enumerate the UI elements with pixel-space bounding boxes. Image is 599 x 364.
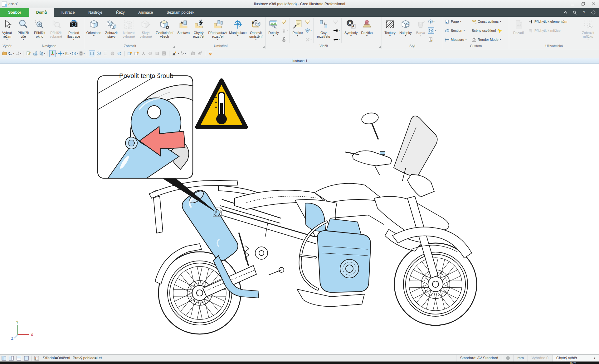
symbols-button[interactable]: AA Symboly▾: [343, 17, 359, 44]
illustration-canvas[interactable]: Povolit tento šroub Y X Z: [0, 64, 599, 354]
tab-animace[interactable]: Animace: [131, 8, 160, 17]
smart-explode-button[interactable]: Chytrý rozstřel: [191, 17, 207, 44]
status-bar: Střední=Otáčení Pravý pohled=Let Standar…: [0, 354, 599, 362]
pane-hsplit-icon[interactable]: [15, 355, 22, 361]
pane-vsplit-icon[interactable]: [7, 355, 15, 361]
select-mode-button[interactable]: Vybrat režim▾: [1, 17, 13, 44]
measure-label: Measure: [451, 38, 464, 41]
dialog-launcher-icon[interactable]: [173, 46, 175, 48]
section-label: Section: [451, 29, 462, 32]
snap-to-grid-button: Přichytit k mřížce: [528, 27, 575, 34]
figures-icon[interactable]: ▾: [39, 50, 45, 57]
view-plane-icon[interactable]: [89, 50, 95, 57]
dialog-launcher-icon[interactable]: [263, 46, 265, 48]
drag-icon[interactable]: ▾: [58, 50, 64, 57]
measure-button[interactable]: Measure▾: [445, 36, 469, 43]
minimize-button[interactable]: [567, 1, 578, 7]
render-mode-button[interactable]: Render Mode▾: [472, 36, 506, 43]
view-cube-icon[interactable]: [96, 50, 102, 57]
camera-settings-icon[interactable]: [197, 50, 203, 57]
undo-icon[interactable]: ▾: [8, 50, 14, 57]
stamps-button[interactable]: Razítka▾: [359, 17, 374, 44]
axis-back-button[interactable]: ▾: [333, 36, 340, 43]
textures-button[interactable]: Textury▾: [382, 17, 397, 44]
dropdown-caret: ▾: [93, 35, 95, 37]
position-button[interactable]: Pozice▾: [291, 17, 304, 44]
create-view-icon[interactable]: [134, 50, 140, 57]
axis-forward-button[interactable]: ▾: [333, 27, 340, 34]
document-tab-bar[interactable]: Ilustrace 1: [0, 58, 599, 64]
parts-list-icon[interactable]: [33, 355, 40, 361]
illustration-view-button[interactable]: Pohled ilustrace▾: [64, 17, 83, 44]
page-button[interactable]: Page▾: [445, 18, 469, 25]
show-all-button[interactable]: Zviditelnění všech: [154, 17, 175, 44]
preset-explode-button[interactable]: Přednastavit rozstřel▾: [207, 17, 229, 44]
cube-gray-icon[interactable]: [154, 50, 160, 57]
tab-seznam-polozek[interactable]: Seznam položek: [160, 8, 201, 17]
zoom-window-button[interactable]: Přiblížit okno: [32, 17, 47, 44]
color-button: Barva▾: [414, 17, 427, 44]
align-button[interactable]: ▾: [305, 27, 312, 34]
overflow-chevron-icon[interactable]: [207, 50, 213, 57]
position-sketch-button[interactable]: [305, 18, 312, 25]
units-indicator[interactable]: mm: [514, 355, 528, 362]
pane-full-icon[interactable]: [22, 355, 30, 361]
standard-indicator[interactable]: Standard: AV Standard: [456, 355, 502, 362]
manipulate-button[interactable]: Manipulace▾: [229, 17, 247, 44]
open-icon[interactable]: [1, 50, 7, 57]
selection-mode-dropdown[interactable]: Chytrý výběr▾: [552, 355, 599, 362]
render-style-icon[interactable]: ▾: [79, 50, 85, 57]
close-button[interactable]: [588, 1, 599, 7]
figure-icon[interactable]: [32, 50, 38, 57]
sheet-icon[interactable]: [161, 50, 167, 57]
show-states-button[interactable]: Zobrazit stavy: [103, 17, 120, 44]
snap-to-elements-button[interactable]: Přichytit k elementům: [528, 18, 575, 25]
new-animation-icon[interactable]: [171, 50, 178, 57]
add-step-icon[interactable]: ▾: [180, 50, 186, 57]
shaded-icon[interactable]: [110, 50, 116, 57]
tab-soubor[interactable]: Soubor: [0, 8, 29, 17]
details-button[interactable]: Detaily▾: [266, 17, 281, 44]
restore-position-icon[interactable]: ▾: [65, 50, 71, 57]
redo-icon[interactable]: ▾: [15, 50, 21, 57]
lighting-scenes-button[interactable]: Scény osvětlení: [472, 27, 506, 34]
properties-button[interactable]: [428, 36, 436, 43]
orientation-cube-icon[interactable]: ▾: [72, 50, 78, 57]
hot-surface-warning-symbol[interactable]: [197, 80, 246, 127]
annotation-icon[interactable]: [25, 50, 32, 57]
ptc-flower-icon[interactable]: [591, 10, 596, 15]
dialog-launcher-icon[interactable]: [379, 46, 381, 48]
zoom-all-button[interactable]: Přiblížit vše▾: [15, 17, 32, 44]
sphere-icon[interactable]: [147, 50, 153, 57]
update-view-icon[interactable]: [127, 50, 133, 57]
detail-sketch-button[interactable]: [281, 18, 288, 25]
lock-button[interactable]: [281, 36, 288, 43]
smart-explode-toggle-icon[interactable]: [49, 50, 56, 57]
search-icon[interactable]: [572, 10, 577, 15]
help-icon[interactable]: ?: [582, 10, 587, 15]
projection-icon[interactable]: [140, 50, 147, 57]
decals-button[interactable]: Nálepky▾: [397, 17, 414, 44]
orientation-button[interactable]: Orientace▾: [85, 17, 103, 44]
hidden-line-icon[interactable]: [103, 50, 109, 57]
tab-domu[interactable]: Domů: [29, 8, 54, 17]
tab-rezy[interactable]: Řezy: [109, 8, 131, 17]
section-button[interactable]: Section▾: [445, 27, 469, 34]
constructions-button[interactable]: xConstructions▾: [472, 18, 506, 25]
triad-z-label: Z: [11, 337, 13, 340]
isolate-selected-button: Izolovat vybrané: [120, 17, 137, 44]
edges-shaded-icon[interactable]: [116, 50, 123, 57]
tab-ilustrace[interactable]: Ilustrace: [54, 8, 81, 17]
model-display-button[interactable]: ▾: [428, 27, 436, 34]
assembly-button[interactable]: Sestava: [177, 17, 191, 44]
pane-single-icon[interactable]: [0, 355, 7, 361]
collapse-ribbon-icon[interactable]: [563, 10, 568, 15]
smart-explode-label: Chytrý rozstřel: [191, 31, 207, 38]
restore-placement-label: Obnovit umístění: [247, 31, 265, 38]
tab-nastroje[interactable]: Nástroje: [81, 8, 109, 17]
restore-button[interactable]: [578, 1, 588, 7]
restore-placement-button[interactable]: Obnovit umístění▾: [247, 17, 265, 44]
explode-axes-button[interactable]: Osy rozstřelu: [314, 17, 333, 44]
film-camera-icon[interactable]: [190, 50, 196, 57]
edge-display-button[interactable]: ▾: [428, 18, 436, 25]
